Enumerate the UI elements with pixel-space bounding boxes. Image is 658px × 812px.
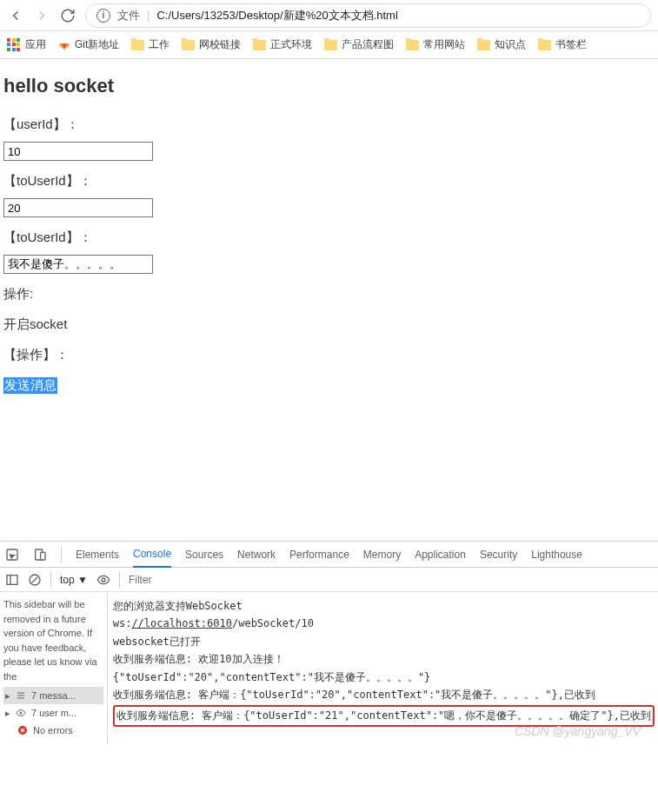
console-line: {"toUserId":"20","contentText":"我不是傻子。。。…: [113, 669, 655, 686]
tab-memory[interactable]: Memory: [363, 542, 401, 567]
page-title: hello socket: [3, 75, 655, 97]
console-line: ws://localhost:6010/webSocket/10: [113, 615, 655, 632]
console-line: 收到服务端信息: 客户端：{"toUserId":"20","contentTe…: [113, 686, 655, 703]
apps-label: 应用: [25, 37, 46, 52]
bookmark-label: 书签栏: [555, 37, 587, 52]
filter-input[interactable]: [129, 571, 653, 589]
console-filter[interactable]: [129, 571, 653, 589]
label-touserid2: 【toUserId】：: [3, 230, 655, 246]
svg-rect-3: [7, 575, 17, 584]
sidebar-item-errors[interactable]: No errors: [3, 722, 103, 739]
watermark: CSDN @yangyang_VV: [515, 722, 641, 742]
bookmark-sites[interactable]: 常用网站: [406, 37, 465, 52]
bookmark-label: 常用网站: [423, 37, 465, 52]
bookmark-label: 网校链接: [199, 37, 241, 52]
address-separator: |: [147, 9, 150, 22]
svg-line-6: [32, 576, 38, 582]
address-bar[interactable]: i 文件 | C:/Users/13253/Desktop/新建%20文本文档.…: [85, 3, 651, 28]
bookmark-label: 工作: [149, 37, 169, 52]
operation-label: 操作:: [3, 286, 655, 303]
operation-label2: 【操作】：: [3, 347, 655, 363]
gitlab-icon: [58, 39, 70, 51]
devtools-panel: Elements Console Sources Network Perform…: [0, 541, 658, 744]
sidebar-item-messages[interactable]: ▸ 7 messa...: [3, 687, 103, 704]
label-userid: 【userId】：: [3, 116, 655, 133]
bookmark-label: 正式环境: [270, 37, 312, 52]
sidebar-item-user[interactable]: ▸ 7 user m...: [3, 704, 103, 722]
console-line: 您的浏览器支持WebSocket: [113, 597, 655, 615]
input-touserid[interactable]: [3, 198, 153, 217]
forward-button[interactable]: [33, 7, 50, 24]
input-userid[interactable]: [3, 142, 153, 161]
sidebar-item-label: 7 messa...: [31, 690, 76, 701]
console-line: websocket已打开: [113, 633, 655, 650]
svg-point-11: [20, 712, 22, 714]
tab-console[interactable]: Console: [133, 542, 171, 568]
back-button[interactable]: [7, 7, 24, 24]
apps-button[interactable]: 应用: [7, 37, 46, 52]
folder-icon: [406, 40, 419, 50]
devtools-tabs: Elements Console Sources Network Perform…: [0, 542, 658, 568]
folder-icon: [477, 40, 490, 50]
eye-icon: [16, 708, 26, 718]
bookmark-knowledge[interactable]: 知识点: [477, 37, 526, 52]
folder-icon: [324, 40, 337, 50]
tab-application[interactable]: Application: [415, 542, 466, 567]
console-sidebar: This sidebar will be removed in a future…: [0, 592, 108, 744]
svg-rect-2: [41, 552, 45, 560]
folder-icon: [253, 40, 266, 50]
page-content: hello socket 【userId】： 【toUserId】： 【toUs…: [0, 59, 658, 397]
tab-sources[interactable]: Sources: [185, 542, 223, 567]
reload-button[interactable]: [59, 7, 76, 24]
bookmark-gitlab[interactable]: Git新地址: [58, 37, 119, 52]
bookmark-label: 知识点: [495, 37, 526, 52]
folder-icon: [538, 40, 551, 50]
bookmark-work[interactable]: 工作: [131, 37, 169, 52]
console-output: 您的浏览器支持WebSocket ws://localhost:6010/web…: [108, 592, 658, 744]
sidebar-item-label: No errors: [33, 725, 73, 735]
bookmark-bookmarks[interactable]: 书签栏: [538, 37, 587, 52]
inspect-icon[interactable]: [5, 548, 19, 562]
list-icon: [16, 690, 26, 701]
folder-icon: [131, 40, 144, 50]
label-touserid: 【toUserId】：: [3, 173, 655, 190]
info-icon: i: [96, 9, 110, 23]
console-toolbar: top ▼: [0, 568, 658, 592]
context-selector[interactable]: top ▼: [60, 574, 88, 586]
tab-lighthouse[interactable]: Lighthouse: [531, 542, 582, 567]
apps-icon: [7, 38, 21, 52]
bookmarks-bar: 应用 Git新地址 工作 网校链接 正式环境 产品流程图 常用网站 知识点 书签…: [0, 31, 658, 59]
clear-console-icon[interactable]: [28, 573, 42, 587]
error-icon: [17, 725, 28, 735]
bookmark-prod[interactable]: 正式环境: [253, 37, 312, 52]
sidebar-item-label: 7 user m...: [31, 708, 76, 718]
url-text: C:/Users/13253/Desktop/新建%20文本文档.html: [156, 8, 397, 23]
ws-link[interactable]: //localhost:6010: [131, 617, 232, 629]
send-message-button[interactable]: 发送消息: [3, 377, 57, 394]
tab-network[interactable]: Network: [237, 542, 276, 567]
bookmark-label: 产品流程图: [342, 37, 394, 52]
tab-elements[interactable]: Elements: [76, 542, 119, 567]
device-icon[interactable]: [33, 548, 47, 562]
tab-performance[interactable]: Performance: [289, 542, 349, 567]
bookmark-school[interactable]: 网校链接: [182, 37, 241, 52]
folder-icon: [182, 40, 195, 50]
bookmark-label: Git新地址: [75, 37, 119, 52]
bookmark-flow[interactable]: 产品流程图: [324, 37, 394, 52]
sidebar-notice: This sidebar will be removed in a future…: [3, 597, 103, 683]
svg-point-7: [102, 578, 105, 582]
tab-security[interactable]: Security: [480, 542, 517, 567]
live-expression-icon[interactable]: [96, 573, 110, 587]
address-prefix: 文件: [117, 8, 140, 23]
input-message[interactable]: [3, 255, 153, 274]
browser-toolbar: i 文件 | C:/Users/13253/Desktop/新建%20文本文档.…: [0, 0, 658, 31]
open-socket-link[interactable]: 开启socket: [3, 316, 655, 333]
console-line: 收到服务端信息: 欢迎10加入连接！: [113, 650, 655, 668]
sidebar-toggle-icon[interactable]: [5, 573, 19, 587]
